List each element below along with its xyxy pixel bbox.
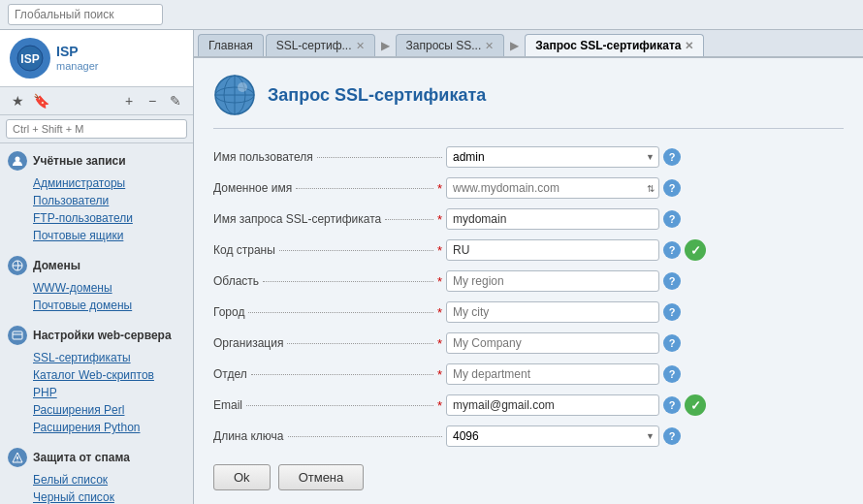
help-email[interactable]: ? bbox=[663, 396, 681, 414]
help-dept[interactable]: ? bbox=[663, 365, 681, 383]
help-city[interactable]: ? bbox=[663, 303, 681, 321]
form-row-city: Город * ? bbox=[213, 299, 844, 325]
domain-input[interactable] bbox=[446, 177, 659, 199]
label-req-name: Имя запроса SSL-сертификата * bbox=[213, 212, 446, 227]
ok-button[interactable]: Ok bbox=[213, 464, 271, 490]
tab-home[interactable]: Главная bbox=[198, 34, 264, 56]
email-input[interactable] bbox=[446, 394, 659, 416]
sidebar-section-domains: Домены WWW-домены Почтовые домены bbox=[0, 248, 193, 318]
sidebar-link-webscripts[interactable]: Каталог Web-скриптов bbox=[0, 366, 193, 384]
sidebar-link-ssl[interactable]: SSL-сертификаты bbox=[0, 349, 193, 366]
form-row-email: Email * ? bbox=[213, 393, 844, 418]
label-keylen: Длина ключа bbox=[213, 429, 446, 443]
spam-icon bbox=[8, 448, 27, 467]
label-city: Город * bbox=[213, 305, 446, 320]
ssl-request-form: Имя пользователя admin ? bbox=[213, 144, 844, 490]
dept-input[interactable] bbox=[446, 363, 659, 385]
check-country bbox=[685, 239, 706, 261]
logo-text: ISPmanager bbox=[56, 44, 98, 73]
form-row-dept: Отдел * ? bbox=[213, 362, 844, 387]
sidebar-section-title-spam[interactable]: Защита от спама bbox=[0, 444, 193, 471]
check-email bbox=[685, 394, 706, 416]
sidebar-link-admins[interactable]: Администраторы bbox=[0, 174, 193, 192]
cancel-button[interactable]: Отмена bbox=[278, 464, 365, 490]
sidebar: ISP ISPmanager ★ 🔖 + − ✎ bbox=[0, 30, 194, 504]
sidebar-link-whitelist[interactable]: Белый список bbox=[0, 471, 193, 488]
city-input[interactable] bbox=[446, 301, 659, 323]
sidebar-section-title-accounts[interactable]: Учётные записи bbox=[0, 147, 193, 174]
label-country: Код страны * bbox=[213, 243, 446, 258]
main-layout: ISP ISPmanager ★ 🔖 + − ✎ bbox=[0, 30, 863, 504]
form-row-country: Код страны * ? bbox=[213, 237, 844, 263]
form-row-domain: Доменное имя * ? bbox=[213, 175, 844, 201]
required-region: * bbox=[437, 274, 442, 289]
help-org[interactable]: ? bbox=[663, 334, 681, 352]
tab-ssl-request-detail[interactable]: Запрос SSL-сертификата ✕ bbox=[525, 34, 704, 56]
edit-button[interactable]: ✎ bbox=[166, 91, 185, 110]
sidebar-link-python[interactable]: Расширения Python bbox=[0, 419, 193, 436]
tab-ssl-requests-close[interactable]: ✕ bbox=[485, 40, 494, 52]
tab-ssl-certs-close[interactable]: ✕ bbox=[356, 40, 365, 52]
accounts-icon bbox=[8, 151, 27, 171]
required-org: * bbox=[437, 336, 442, 351]
form-row-username: Имя пользователя admin ? bbox=[213, 144, 844, 170]
tab-ssl-request-detail-close[interactable]: ✕ bbox=[685, 40, 693, 52]
required-req-name: * bbox=[437, 212, 442, 227]
label-domain: Доменное имя * bbox=[213, 181, 446, 196]
page-title: Запрос SSL-сертификата bbox=[268, 85, 486, 106]
sidebar-link-mail-domains[interactable]: Почтовые домены bbox=[0, 297, 193, 314]
region-input[interactable] bbox=[446, 270, 659, 292]
svg-point-2 bbox=[16, 157, 20, 162]
control-region: ? bbox=[446, 270, 844, 292]
sidebar-link-blacklist[interactable]: Черный список bbox=[0, 488, 193, 504]
tab-arrow-2: ▶ bbox=[506, 39, 523, 52]
req-name-input[interactable] bbox=[446, 208, 659, 230]
label-email: Email * bbox=[213, 398, 446, 413]
page-header: Запрос SSL-сертификата bbox=[213, 74, 844, 129]
control-city: ? bbox=[446, 301, 844, 323]
sidebar-search-input[interactable] bbox=[6, 119, 187, 139]
help-region[interactable]: ? bbox=[663, 272, 681, 290]
tab-bar: Главная SSL-сертиф... ✕ ▶ Запросы SS... … bbox=[194, 30, 863, 58]
label-username: Имя пользователя bbox=[213, 150, 446, 164]
tab-ssl-requests[interactable]: Запросы SS... ✕ bbox=[396, 34, 505, 56]
sidebar-link-php[interactable]: PHP bbox=[0, 384, 193, 401]
control-dept: ? bbox=[446, 363, 844, 385]
sidebar-link-ftp[interactable]: FTP-пользователи bbox=[0, 209, 193, 227]
form-row-org: Организация * ? bbox=[213, 331, 844, 356]
help-country[interactable]: ? bbox=[663, 241, 681, 259]
add-button[interactable]: + bbox=[119, 91, 139, 110]
keylen-select[interactable]: 4096 2048 1024 bbox=[446, 425, 659, 447]
help-domain[interactable]: ? bbox=[663, 179, 681, 197]
required-dept: * bbox=[437, 367, 442, 382]
global-search-input[interactable] bbox=[8, 4, 163, 25]
top-bar bbox=[0, 0, 863, 30]
bookmark-button[interactable]: 🔖 bbox=[31, 91, 50, 110]
minus-button[interactable]: − bbox=[143, 91, 162, 110]
domains-icon bbox=[8, 256, 27, 275]
tab-arrow-1: ▶ bbox=[377, 39, 394, 52]
sidebar-section-title-webserver[interactable]: Настройки web-сервера bbox=[0, 322, 193, 349]
sidebar-link-users[interactable]: Пользователи bbox=[0, 192, 193, 209]
label-dept: Отдел * bbox=[213, 367, 446, 382]
help-keylen[interactable]: ? bbox=[663, 427, 681, 445]
sidebar-logo: ISP ISPmanager bbox=[0, 30, 193, 87]
sidebar-link-www[interactable]: WWW-домены bbox=[0, 279, 193, 297]
tab-ssl-certs[interactable]: SSL-сертиф... ✕ bbox=[266, 34, 375, 56]
star-button[interactable]: ★ bbox=[8, 91, 27, 110]
username-select[interactable]: admin bbox=[446, 146, 659, 168]
help-username[interactable]: ? bbox=[663, 148, 681, 166]
org-input[interactable] bbox=[446, 332, 659, 354]
sidebar-link-perl[interactable]: Расширения Perl bbox=[0, 401, 193, 419]
content-area: Главная SSL-сертиф... ✕ ▶ Запросы SS... … bbox=[194, 30, 863, 504]
label-region: Область * bbox=[213, 274, 446, 289]
sidebar-link-mailboxes[interactable]: Почтовые ящики bbox=[0, 227, 193, 244]
control-req-name: ? bbox=[446, 208, 844, 230]
username-select-wrap: admin bbox=[446, 146, 659, 168]
country-input[interactable] bbox=[446, 239, 659, 261]
help-req-name[interactable]: ? bbox=[663, 210, 681, 228]
sidebar-toolbar: ★ 🔖 + − ✎ bbox=[0, 87, 193, 115]
sidebar-section-title-domains[interactable]: Домены bbox=[0, 252, 193, 279]
required-email: * bbox=[437, 398, 442, 413]
svg-point-15 bbox=[238, 82, 247, 92]
